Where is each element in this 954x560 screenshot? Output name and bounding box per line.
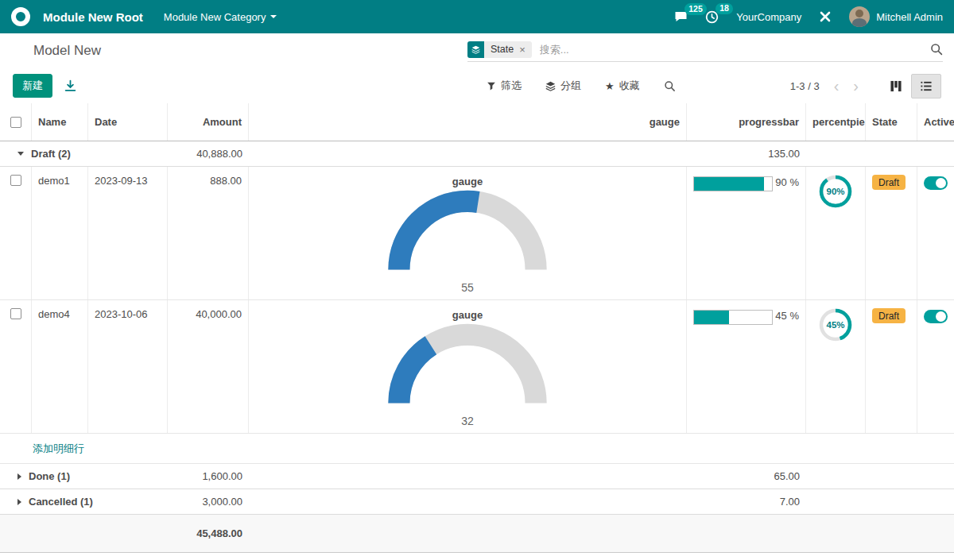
list-view-icon	[920, 80, 933, 92]
header-date[interactable]: Date	[88, 103, 168, 141]
cell-name[interactable]: demo4	[32, 300, 88, 433]
percentpie-widget: 45%	[806, 300, 866, 433]
row-checkbox[interactable]	[10, 308, 21, 319]
add-line-row: 添加明细行	[0, 434, 954, 464]
gauge-title: gauge	[452, 309, 483, 321]
active-toggle[interactable]	[924, 176, 948, 190]
export-button[interactable]	[64, 79, 77, 93]
menu-category-label: Module New Category	[164, 11, 266, 23]
menu-category[interactable]: Module New Category	[164, 11, 277, 23]
control-panel: 新建 筛选 分组 ★ 收藏	[0, 68, 954, 103]
state-badge: Draft	[872, 175, 906, 190]
kanban-view-icon	[890, 80, 902, 92]
progressbar-label: 45 %	[775, 310, 799, 322]
favorites-button[interactable]: ★ 收藏	[605, 79, 640, 93]
gauge-widget: gauge 32	[249, 300, 687, 433]
progressbar-widget: 45 %	[687, 300, 806, 433]
active-toggle[interactable]	[924, 310, 948, 323]
progressbar-track	[693, 310, 773, 325]
group-label: Draft (2)	[0, 148, 168, 160]
select-all-checkbox[interactable]	[10, 117, 21, 128]
progressbar-fill	[694, 177, 764, 191]
percentpie-chart: 90%	[817, 173, 854, 210]
gauge-chart	[382, 322, 553, 415]
create-button[interactable]: 新建	[13, 74, 52, 98]
cell-date[interactable]: 2023-09-13	[88, 167, 168, 299]
debug-tools-button[interactable]	[819, 10, 832, 23]
gauge-value: 32	[461, 415, 474, 427]
list-view-button[interactable]	[911, 74, 941, 98]
add-line-link[interactable]: 添加明细行	[33, 442, 84, 456]
group-label: Done (1)	[0, 470, 168, 482]
expand-search-button[interactable]	[664, 80, 676, 92]
company-name[interactable]: YourCompany	[736, 11, 801, 23]
star-icon: ★	[605, 80, 615, 92]
user-name: Mitchell Admin	[876, 11, 943, 23]
cell-name[interactable]: demo1	[32, 167, 88, 299]
progressbar-label: 90 %	[775, 176, 799, 188]
footer-amount-total: 45,488.00	[168, 527, 249, 539]
row-checkbox[interactable]	[10, 175, 21, 186]
progressbar-track	[693, 176, 773, 191]
header-percentpie[interactable]: percentpie	[806, 103, 866, 141]
cell-state: Draft	[866, 300, 917, 433]
layers-icon	[545, 81, 556, 91]
header-name[interactable]: Name	[32, 103, 88, 141]
facet-label: State	[491, 44, 514, 55]
group-amount-total: 40,888.00	[168, 148, 249, 160]
magnifier-icon	[664, 80, 676, 92]
group-by-button[interactable]: 分组	[545, 79, 581, 93]
group-title: Done (1)	[29, 470, 70, 482]
pager-previous-button[interactable]: ‹	[831, 78, 843, 94]
messages-button[interactable]: 125	[674, 10, 688, 23]
group-row-cancelled[interactable]: Cancelled (1) 3,000.00 7.00	[0, 489, 954, 515]
caret-down-icon	[17, 152, 24, 156]
group-amount-total: 1,600.00	[168, 470, 249, 482]
table-row[interactable]: demo4 2023-10-06 40,000.00 gauge 32 45 %…	[0, 300, 954, 434]
breadcrumb: Model New	[33, 43, 101, 59]
activities-badge: 18	[716, 3, 733, 15]
group-row-draft[interactable]: Draft (2) 40,888.00 135.00	[0, 141, 954, 167]
header-select-all	[0, 103, 32, 141]
search-icon[interactable]	[930, 43, 943, 56]
app-title[interactable]: Module New Root	[43, 10, 143, 24]
breadcrumb-row: Model New State ×	[0, 33, 954, 68]
cell-date[interactable]: 2023-10-06	[88, 300, 168, 433]
pager: 1-3 / 3 ‹ ›	[790, 74, 941, 98]
search-input[interactable]	[532, 41, 930, 59]
header-gauge[interactable]: gauge	[249, 103, 687, 141]
funnel-icon	[487, 81, 496, 91]
group-row-done[interactable]: Done (1) 1,600.00 65.00	[0, 464, 954, 489]
kanban-view-button[interactable]	[881, 74, 911, 98]
gauge-chart	[382, 189, 553, 281]
filter-button[interactable]: 筛选	[487, 79, 522, 93]
header-state[interactable]: State	[866, 103, 917, 141]
user-menu[interactable]: Mitchell Admin	[849, 6, 943, 27]
search-facet-state[interactable]: State ×	[467, 41, 532, 58]
header-progressbar[interactable]: progressbar	[687, 103, 806, 141]
odoo-logo-icon[interactable]	[11, 7, 30, 26]
cell-state: Draft	[866, 167, 917, 299]
group-progress-total: 65.00	[687, 470, 806, 482]
table-row[interactable]: demo1 2023-09-13 888.00 gauge 55 90 % 90…	[0, 167, 954, 300]
header-amount[interactable]: Amount	[168, 103, 249, 141]
chevron-down-icon	[270, 15, 277, 18]
group-amount-total: 3,000.00	[168, 496, 249, 508]
facet-remove-button[interactable]: ×	[519, 44, 525, 56]
cell-amount[interactable]: 888.00	[168, 167, 249, 299]
search-bar: State ×	[467, 41, 943, 62]
view-switcher	[881, 74, 941, 98]
table-header-row: Name Date Amount gauge progressbar perce…	[0, 103, 954, 141]
activities-button[interactable]: 18	[705, 10, 719, 24]
row-select-cell	[0, 167, 32, 299]
row-select-cell	[0, 300, 32, 433]
group-title: Draft (2)	[31, 148, 71, 160]
pager-next-button[interactable]: ›	[850, 78, 862, 94]
group-progress-total: 7.00	[687, 496, 806, 508]
percentpie-chart: 45%	[817, 307, 854, 343]
top-navbar: Module New Root Module New Category 125 …	[0, 0, 954, 33]
toggle-knob	[936, 178, 946, 188]
progressbar-widget: 90 %	[687, 167, 806, 299]
cell-amount[interactable]: 40,000.00	[168, 300, 249, 433]
header-active[interactable]: Active	[917, 103, 954, 141]
